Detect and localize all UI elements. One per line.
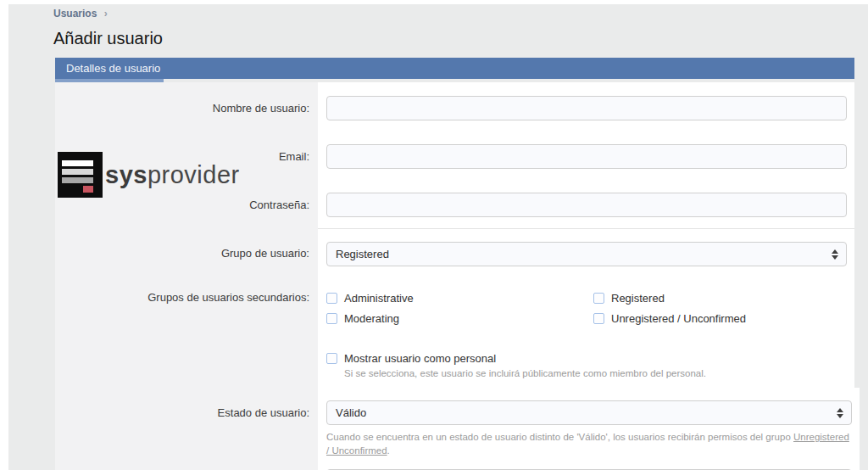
breadcrumb: Usuarios › <box>53 8 868 21</box>
checkbox-row-registered[interactable]: Registered <box>593 292 847 304</box>
status-selected-value: Válido <box>327 406 366 419</box>
staff-label-spacer <box>55 339 318 388</box>
staff-checkbox[interactable] <box>326 353 337 364</box>
checkbox-row-administrative[interactable]: Administrative <box>326 292 593 304</box>
form-row-status: Estado de usuario: Válido Cuando se encu… <box>55 388 854 470</box>
moderating-checkbox[interactable] <box>326 313 337 324</box>
server-led-dot <box>83 186 93 193</box>
logo-text: sysprovider <box>105 163 240 187</box>
secondary-groups-options: Administrative Registered Moderating <box>326 292 847 324</box>
add-user-form: Detalles de usuario sysprovider Nombre d… <box>55 58 854 470</box>
secondary-groups-label: Grupos de usuarios secundarios: <box>55 277 318 339</box>
form-row-usergroup: Grupo de usuario: Registered <box>55 229 854 277</box>
registered-label: Registered <box>611 292 665 305</box>
staff-help-text: Si se selecciona, este usuario se inclui… <box>344 366 847 380</box>
form-row-staff: Mostrar usuario como personal Si se sele… <box>55 339 854 388</box>
checkbox-row-staff[interactable]: Mostrar usuario como personal <box>326 352 847 364</box>
registered-checkbox[interactable] <box>593 293 604 304</box>
tab-bar: Detalles de usuario <box>55 58 854 79</box>
status-select[interactable]: Válido <box>326 400 852 425</box>
administrative-label: Administrative <box>344 292 414 305</box>
checkbox-row-unregistered-unconfirmed[interactable]: Unregistered / Unconfirmed <box>593 312 847 324</box>
moderating-label: Moderating <box>344 312 399 325</box>
breadcrumb-link-usuarios[interactable]: Usuarios <box>53 8 97 20</box>
sysprovider-logo: sysprovider <box>58 152 240 198</box>
usergroup-selected-value: Registered <box>327 248 389 260</box>
status-label: Estado de usuario: <box>55 388 318 470</box>
username-input[interactable] <box>326 96 847 120</box>
page-title: Añadir usuario <box>53 27 868 49</box>
form-row-secondary-groups: Grupos de usuarios secundarios: Administ… <box>55 277 854 339</box>
usergroup-select[interactable]: Registered <box>326 242 847 266</box>
breadcrumb-chevron-icon: › <box>104 8 108 20</box>
staff-checkbox-label: Mostrar usuario como personal <box>344 352 496 365</box>
tab-detalles-de-usuario[interactable]: Detalles de usuario <box>55 58 171 79</box>
checkbox-row-moderating[interactable]: Moderating <box>326 312 593 324</box>
password-input[interactable] <box>326 193 847 217</box>
usergroup-label: Grupo de usuario: <box>55 229 318 277</box>
unregistered-unconfirmed-label: Unregistered / Unconfirmed <box>611 312 746 325</box>
unregistered-unconfirmed-checkbox[interactable] <box>593 313 604 324</box>
form-row-username: Nombre de usuario: <box>55 82 854 131</box>
email-input[interactable] <box>326 144 847 169</box>
administrative-checkbox[interactable] <box>326 293 337 304</box>
username-label: Nombre de usuario: <box>55 82 318 131</box>
page-background: Usuarios › Añadir usuario Detalles de us… <box>8 4 868 470</box>
form-body: sysprovider Nombre de usuario: Email: Co… <box>55 82 854 470</box>
select-arrows-icon <box>837 408 843 418</box>
status-help-text: Cuando se encuentra en un estado de usua… <box>326 430 852 457</box>
tab-label: Detalles de usuario <box>66 62 160 75</box>
select-arrows-icon <box>832 249 838 260</box>
server-icon <box>58 152 103 198</box>
